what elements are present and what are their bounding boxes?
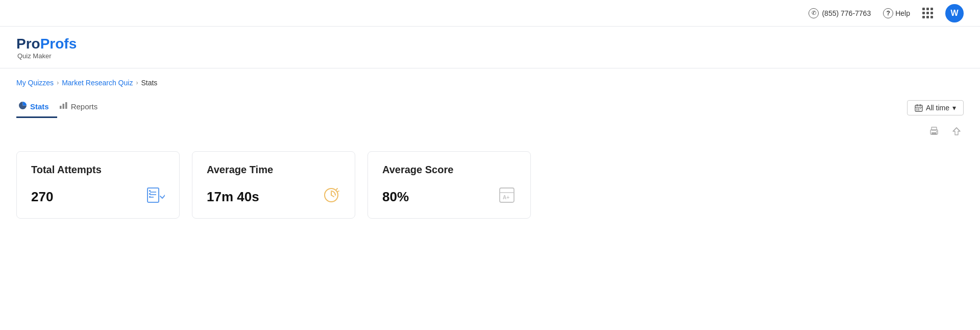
- svg-rect-8: [918, 108, 919, 109]
- breadcrumb-sep-2: ›: [136, 79, 138, 86]
- svg-rect-1: [62, 104, 64, 109]
- svg-rect-11: [918, 109, 919, 110]
- alltime-chevron: ▾: [952, 104, 956, 112]
- apps-grid-button[interactable]: [922, 8, 933, 18]
- svg-rect-9: [920, 108, 921, 109]
- logo-subtitle: Quiz Maker: [17, 52, 964, 60]
- logo-bar: ProProfs Quiz Maker: [0, 27, 980, 68]
- total-attempts-value: 270: [31, 189, 53, 205]
- help-button[interactable]: ? Help: [883, 8, 910, 18]
- share-icon: [951, 126, 962, 136]
- breadcrumb: My Quizzes › Market Research Quiz › Stat…: [16, 79, 964, 87]
- svg-rect-21: [149, 193, 151, 195]
- tab-reports[interactable]: Reports: [57, 97, 106, 118]
- logo-text: ProProfs: [16, 37, 964, 51]
- svg-rect-0: [60, 106, 62, 109]
- tab-stats-label: Stats: [30, 102, 49, 111]
- total-attempts-body: 270: [31, 186, 165, 208]
- breadcrumb-quiz-name[interactable]: Market Research Quiz: [62, 79, 133, 87]
- calendar-icon: [915, 104, 923, 112]
- help-icon: ?: [883, 8, 893, 18]
- print-icon: [929, 126, 939, 136]
- svg-text:A+: A+: [503, 195, 509, 200]
- svg-line-25: [331, 195, 334, 197]
- print-button[interactable]: [927, 124, 941, 141]
- breadcrumb-current: Stats: [141, 79, 157, 87]
- phone-icon: ✆: [808, 8, 819, 18]
- svg-rect-7: [917, 108, 918, 109]
- main-content: My Quizzes › Market Research Quiz › Stat…: [0, 68, 980, 229]
- attempts-icon: [146, 186, 165, 208]
- avatar-letter: W: [950, 9, 958, 18]
- avatar[interactable]: W: [945, 4, 964, 22]
- share-button[interactable]: [949, 124, 964, 141]
- tab-reports-label: Reports: [71, 102, 98, 111]
- tabs: Stats Reports: [16, 97, 106, 118]
- svg-rect-13: [932, 132, 937, 135]
- score-icon: A+: [498, 186, 516, 208]
- logo[interactable]: ProProfs Quiz Maker: [16, 37, 964, 60]
- average-time-title: Average Time: [207, 164, 340, 176]
- svg-rect-10: [917, 109, 918, 110]
- stat-card-total-attempts: Total Attempts 270: [16, 151, 180, 219]
- alltime-button[interactable]: All time ▾: [907, 100, 964, 115]
- svg-point-15: [936, 131, 937, 132]
- time-icon: [322, 186, 340, 208]
- action-icons: [16, 124, 964, 141]
- phone-number: (855) 776-7763: [822, 9, 871, 17]
- tabs-row: Stats Reports: [16, 97, 964, 118]
- average-time-body: 17m 40s: [207, 186, 340, 208]
- alltime-label: All time: [926, 104, 949, 112]
- average-score-value: 80%: [382, 189, 409, 205]
- average-score-body: 80% A+: [382, 186, 516, 208]
- top-bar: ✆ (855) 776-7763 ? Help W: [0, 0, 980, 27]
- logo-pro: Pro: [16, 36, 40, 52]
- tab-stats[interactable]: Stats: [16, 97, 57, 118]
- reports-tab-icon: [59, 101, 68, 111]
- help-label: Help: [895, 9, 910, 17]
- stats-tab-icon: [18, 101, 27, 111]
- svg-rect-2: [65, 102, 67, 109]
- average-score-title: Average Score: [382, 164, 516, 176]
- average-time-value: 17m 40s: [207, 189, 259, 205]
- svg-rect-22: [149, 196, 151, 198]
- total-attempts-title: Total Attempts: [31, 164, 165, 176]
- stat-card-average-time: Average Time 17m 40s: [192, 151, 355, 219]
- breadcrumb-my-quizzes[interactable]: My Quizzes: [16, 79, 54, 87]
- breadcrumb-sep-1: ›: [57, 79, 59, 86]
- stats-cards: Total Attempts 270: [16, 151, 964, 219]
- phone-contact: ✆ (855) 776-7763: [808, 8, 871, 18]
- logo-profs: Profs: [40, 36, 77, 52]
- svg-rect-20: [149, 190, 151, 192]
- stat-card-average-score: Average Score 80% A+: [368, 151, 531, 219]
